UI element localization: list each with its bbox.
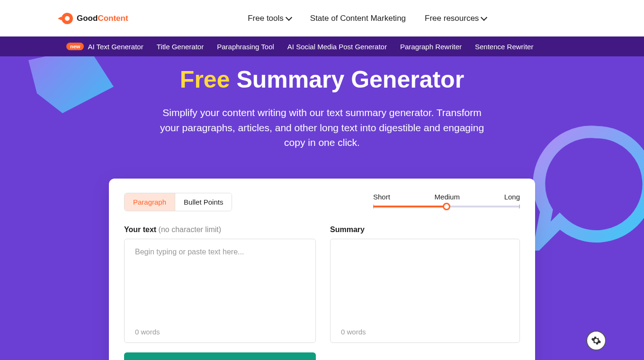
subnav-sentence-rewriter[interactable]: Sentence Rewriter: [475, 43, 533, 51]
settings-button[interactable]: [586, 331, 606, 351]
top-nav: GoodContent Free tools State of Content …: [0, 0, 644, 36]
page-title: Free Summary Generator: [0, 56, 644, 93]
subnav-paragraph-rewriter[interactable]: Paragraph Rewriter: [400, 43, 462, 51]
slider-track[interactable]: [373, 206, 520, 207]
output-format-tabs: Paragraph Bullet Points: [124, 193, 232, 211]
chevron-down-icon: [481, 14, 487, 20]
sub-nav: new AI Text Generator Title Generator Pa…: [0, 36, 644, 56]
input-word-count: 0 words: [135, 328, 160, 336]
output-label: Summary: [330, 225, 520, 234]
chevron-down-icon: [286, 14, 292, 20]
tab-paragraph[interactable]: Paragraph: [125, 193, 175, 211]
output-textbox: 0 words: [330, 239, 520, 343]
subnav-paraphrasing-tool[interactable]: Paraphrasing Tool: [217, 43, 274, 51]
summarize-button[interactable]: Summarize: [124, 352, 316, 360]
input-textarea[interactable]: [125, 239, 315, 322]
subnav-ai-social-media[interactable]: AI Social Media Post Generator: [287, 43, 387, 51]
hero-description: Simplify your content writing with our t…: [156, 105, 488, 150]
slider-label-medium: Medium: [435, 193, 460, 201]
input-textbox: 0 words: [124, 239, 316, 343]
slider-thumb[interactable]: [443, 203, 450, 210]
slider-label-long: Long: [504, 193, 520, 201]
logo-icon: [62, 13, 73, 24]
slider-label-short: Short: [373, 193, 390, 201]
speech-bubble-icon: [530, 118, 644, 251]
logo-text-content: Content: [98, 14, 128, 23]
nav-state-of-content[interactable]: State of Content Marketing: [310, 14, 406, 23]
logo[interactable]: GoodContent: [62, 13, 128, 24]
nav-free-resources[interactable]: Free resources: [425, 14, 486, 23]
subnav-ai-text-generator[interactable]: new AI Text Generator: [66, 43, 143, 51]
nav-free-tools[interactable]: Free tools: [248, 14, 291, 23]
input-label: Your text (no character limit): [124, 225, 316, 234]
gear-icon: [591, 335, 601, 346]
hero-section: Free Summary Generator Simplify your con…: [0, 56, 644, 360]
new-badge: new: [66, 43, 84, 50]
tab-bullet-points[interactable]: Bullet Points: [175, 193, 232, 211]
summary-card: Paragraph Bullet Points Short Medium Lon…: [109, 179, 535, 360]
length-slider: Short Medium Long: [373, 193, 520, 207]
top-nav-links: Free tools State of Content Marketing Fr…: [248, 14, 486, 23]
output-word-count: 0 words: [341, 328, 366, 336]
subnav-title-generator[interactable]: Title Generator: [157, 43, 204, 51]
logo-text-good: Good: [77, 14, 98, 23]
